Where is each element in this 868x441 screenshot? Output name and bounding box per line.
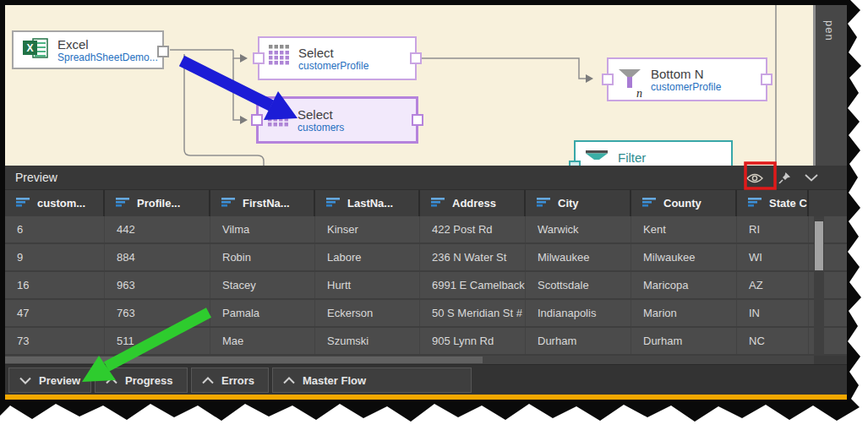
select-grid-icon — [268, 106, 290, 133]
table-cell: 73 — [5, 328, 105, 354]
node-title: Select — [298, 46, 368, 60]
column-filter-bars-icon — [748, 197, 763, 210]
column-header-label: Profile... — [137, 197, 180, 210]
panel-tab-progress[interactable]: Progress — [95, 368, 188, 393]
table-cell: 763 — [105, 300, 210, 326]
node-title: Excel — [57, 37, 158, 52]
column-filter-bars-icon — [116, 197, 131, 210]
column-header[interactable]: State C... — [737, 190, 809, 216]
table-cell: Robin — [210, 244, 315, 270]
collapsed-side-pane[interactable]: pen — [813, 5, 847, 166]
tab-label: Master Flow — [303, 374, 366, 387]
table-cell: Indianapolis — [526, 300, 631, 326]
panel-tab-master-flow[interactable]: Master Flow — [272, 368, 472, 393]
tab-label: Errors — [221, 374, 254, 387]
preview-table-header-row: custom...Profile...FirstNa...LastNa...Ad… — [5, 190, 847, 216]
node-title: Bottom N — [651, 67, 721, 81]
output-port — [410, 52, 422, 64]
preview-panel-title: Preview — [15, 171, 57, 184]
table-row: 47763PamalaEckerson50 S Meridian St #Ind… — [5, 300, 847, 328]
table-cell: 422 Post Rd — [420, 216, 526, 242]
column-filter-bars-icon — [16, 197, 31, 210]
node-bottom-n[interactable]: n Bottom N customerProfile — [607, 57, 767, 101]
table-cell: IN — [737, 300, 809, 326]
excel-icon: X — [23, 37, 50, 63]
column-header[interactable]: LastNa... — [315, 190, 420, 216]
column-header-label: Address — [452, 197, 496, 210]
horizontal-scrollbar-thumb[interactable] — [5, 357, 483, 363]
status-accent-bar — [5, 395, 847, 400]
node-select-customerprofile[interactable]: Select customerProfile — [258, 36, 417, 80]
table-cell: AZ — [737, 272, 809, 298]
table-cell: Kinser — [315, 216, 420, 242]
table-row: 16963StaceyHurtt6991 E CamelbackScottsda… — [5, 272, 847, 300]
pin-panel-icon[interactable] — [778, 172, 791, 185]
table-cell: 905 Lynn Rd — [420, 328, 526, 354]
vertical-scrollbar-thumb[interactable] — [815, 221, 823, 270]
vertical-scrollbar[interactable] — [814, 216, 824, 356]
table-cell: NC — [737, 328, 809, 354]
table-cell: Durham — [631, 328, 737, 354]
panel-tab-preview[interactable]: Preview — [8, 368, 91, 393]
column-header-label: City — [558, 197, 579, 210]
table-cell: Maricopa — [631, 272, 737, 298]
chevron-up-icon — [106, 374, 117, 387]
collapse-panel-chevron-icon[interactable] — [805, 174, 818, 182]
column-header[interactable]: Profile... — [105, 190, 210, 216]
column-filter-bars-icon — [326, 197, 341, 210]
node-filter[interactable]: Filter — [574, 140, 733, 166]
table-cell: 6 — [5, 216, 105, 242]
column-filter-bars-icon — [221, 197, 237, 210]
output-port — [412, 114, 423, 126]
input-port — [251, 114, 263, 126]
column-header-label: FirstNa... — [243, 197, 290, 210]
output-port — [761, 74, 772, 85]
select-grid-icon — [269, 45, 291, 72]
table-cell: Szumski — [315, 328, 420, 354]
column-header[interactable]: FirstNa... — [210, 190, 315, 216]
tab-label: Progress — [125, 374, 172, 387]
table-row: 73511MaeSzumski905 Lynn RdDurhamDurhamNC — [5, 328, 847, 356]
table-cell: 511 — [105, 328, 210, 354]
preview-panel-header: Preview — [5, 166, 847, 190]
table-cell: 47 — [5, 300, 105, 326]
column-header-label: State C... — [769, 197, 809, 210]
column-header-label: custom... — [37, 197, 85, 210]
column-header[interactable]: City — [526, 190, 631, 216]
table-cell: WI — [737, 244, 809, 270]
node-title: Filter — [618, 150, 646, 165]
table-cell: Hurtt — [315, 272, 420, 298]
table-cell: Pamala — [210, 300, 315, 326]
flow-canvas[interactable]: X Excel SpreadhSheetDemo... — [5, 5, 847, 166]
table-cell: 236 N Water St — [420, 244, 526, 270]
node-excel-source[interactable]: X Excel SpreadhSheetDemo... — [12, 30, 164, 69]
chevron-up-icon — [283, 374, 295, 387]
filter-funnel-icon — [585, 149, 610, 166]
column-header-label: LastNa... — [347, 197, 393, 210]
column-header[interactable]: County — [631, 190, 737, 216]
visibility-eye-icon[interactable] — [745, 172, 764, 184]
table-cell: Vilma — [210, 216, 315, 242]
node-subtitle: customerProfile — [651, 81, 721, 93]
svg-text:X: X — [26, 42, 33, 54]
column-filter-bars-icon — [537, 197, 552, 210]
bottom-n-funnel-icon: n — [618, 67, 643, 92]
horizontal-scrollbar[interactable] — [5, 356, 814, 364]
column-header-label: County — [663, 197, 701, 210]
panel-tab-errors[interactable]: Errors — [191, 368, 269, 393]
node-select-customers[interactable]: Select customers — [256, 96, 418, 144]
table-cell: Marion — [631, 300, 737, 326]
table-cell: Labore — [315, 244, 420, 270]
column-header[interactable]: Address — [420, 190, 526, 216]
chevron-down-icon — [19, 374, 31, 387]
column-header[interactable]: custom... — [5, 190, 105, 216]
table-row: 9884RobinLabore236 N Water StMilwaukeeMi… — [5, 244, 847, 272]
chevron-up-icon — [202, 374, 214, 387]
input-port — [253, 52, 265, 64]
table-cell: Warwick — [526, 216, 631, 242]
n-badge: n — [636, 87, 642, 101]
table-cell: Milwaukee — [526, 244, 631, 270]
table-cell: Kent — [631, 216, 737, 242]
node-subtitle: SpreadhSheetDemo... — [57, 52, 158, 63]
table-cell: 6991 E Camelback — [420, 272, 526, 298]
